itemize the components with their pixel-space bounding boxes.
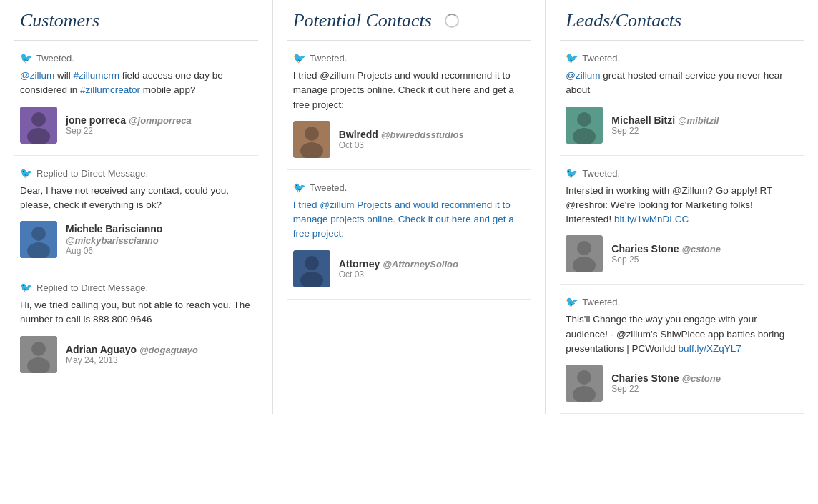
user-row: Charies Stone @cstone Sep 25 [566, 235, 798, 272]
tweet-type-row: 🐦 Tweeted. [566, 167, 798, 179]
main-columns: Customers 🐦 Tweeted. @zillum will #zillu… [0, 0, 818, 414]
tweet-type-row: 🐦 Tweeted. [566, 52, 798, 64]
user-date: May 24, 2013 [66, 355, 198, 365]
user-date: Oct 03 [339, 140, 464, 150]
user-handle: @mibitzil [678, 115, 719, 126]
svg-point-13 [305, 256, 319, 270]
tweet-type-label: Tweeted. [36, 53, 74, 64]
tweet-type-label: Replied to Direct Message. [36, 168, 148, 179]
user-name: Charies Stone @cstone [611, 372, 721, 384]
avatar [566, 107, 603, 144]
tweet-card: 🐦 Replied to Direct Message. Dear, I hav… [14, 156, 258, 271]
user-name: Michele Bariscianno @mickybarisscianno [66, 223, 252, 246]
tweet-card: 🐦 Tweeted. I tried @zillum Projects and … [287, 41, 531, 170]
user-handle: @jonnporreca [129, 115, 192, 126]
column-header-customers: Customers [14, 0, 258, 41]
user-date: Aug 06 [66, 246, 252, 256]
user-date: Sep 22 [611, 126, 719, 136]
user-info: Adrian Aguayo @dogaguayo May 24, 2013 [66, 344, 198, 365]
column-leads-contacts: Leads/Contacts 🐦 Tweeted. @zillum great … [546, 0, 818, 414]
svg-point-7 [31, 342, 46, 356]
user-name: Adrian Aguayo @dogaguayo [66, 344, 198, 355]
user-info: Michele Bariscianno @mickybarisscianno A… [66, 223, 252, 256]
user-handle: @AttorneySolloo [383, 259, 458, 270]
user-row: Attorney @AttorneySolloo Oct 03 [293, 250, 526, 287]
svg-point-4 [31, 227, 46, 241]
avatar [293, 250, 330, 287]
tweet-link[interactable]: buff.ly/XZqYL7 [678, 343, 741, 354]
tweet-card: 🐦 Tweeted. I tried @zillum Projects and … [287, 170, 531, 300]
tweet-link[interactable]: bit.ly/1wMnDLCC [614, 214, 689, 224]
tweet-link[interactable]: @zillum [20, 70, 54, 81]
user-info: Charies Stone @cstone Sep 22 [611, 372, 721, 394]
tweet-body-link: I tried @zillum Projects and would recom… [293, 198, 526, 242]
avatar [20, 107, 57, 144]
user-row: Michaell Bitzi @mibitzil Sep 22 [566, 107, 798, 144]
twitter-icon: 🐦 [566, 167, 578, 179]
tweet-type-label: Replied to Direct Message. [36, 282, 148, 293]
column-header-leads-contacts: Leads/Contacts [560, 0, 804, 41]
user-handle: @mickybarisscianno [66, 235, 159, 246]
tweet-card: 🐦 Tweeted. @zillum will #zillumcrm field… [14, 41, 258, 156]
tweet-type-row: 🐦 Tweeted. [293, 52, 526, 64]
svg-point-1 [31, 112, 46, 127]
user-name: Bwlredd @bwireddsstudios [339, 129, 464, 140]
avatar [566, 365, 603, 402]
user-date: Sep 22 [66, 126, 192, 136]
user-name: Michaell Bitzi @mibitzil [611, 114, 719, 126]
tweet-card: 🐦 Replied to Direct Message. Hi, we trie… [14, 270, 258, 385]
user-handle: @cstone [681, 373, 721, 384]
tweet-type-row: 🐦 Tweeted. [20, 52, 252, 64]
user-info: Attorney @AttorneySolloo Oct 03 [339, 258, 458, 280]
svg-point-19 [577, 241, 591, 255]
twitter-icon: 🐦 [20, 167, 32, 179]
user-date: Oct 03 [339, 270, 458, 280]
tweet-type-row: 🐦 Tweeted. [566, 296, 798, 308]
user-date: Sep 22 [611, 384, 721, 394]
tweet-body: Dear, I have not received any contact, c… [20, 184, 252, 213]
tweet-type-row: 🐦 Replied to Direct Message. [20, 167, 252, 179]
tweet-body: @zillum great hosted email service you n… [566, 69, 798, 98]
user-info: Bwlredd @bwireddsstudios Oct 03 [339, 129, 464, 150]
avatar [20, 336, 57, 373]
user-row: Adrian Aguayo @dogaguayo May 24, 2013 [20, 336, 252, 373]
user-info: jone porreca @jonnporreca Sep 22 [66, 114, 192, 136]
twitter-icon: 🐦 [20, 282, 32, 294]
tweet-type-label: Tweeted. [582, 297, 620, 307]
user-row: Charies Stone @cstone Sep 22 [566, 365, 798, 402]
svg-point-16 [577, 112, 591, 127]
column-header-potential-contacts: Potential Contacts [287, 0, 531, 41]
tweet-card: 🐦 Tweeted. This'll Change the way you en… [560, 285, 804, 414]
user-row: jone porreca @jonnporreca Sep 22 [20, 107, 252, 144]
svg-point-10 [305, 127, 319, 141]
avatar [293, 121, 330, 158]
tweet-body: This'll Change the way you engage with y… [566, 312, 798, 356]
avatar [566, 235, 603, 272]
tweet-link[interactable]: @zillum [566, 70, 600, 81]
tweet-type-label: Tweeted. [310, 53, 348, 64]
tweet-link[interactable]: #zillumcreator [80, 84, 140, 95]
twitter-icon: 🐦 [566, 52, 578, 64]
column-potential-contacts: Potential Contacts 🐦 Tweeted. I tried @z… [273, 0, 546, 414]
tweet-type-label: Tweeted. [582, 53, 620, 64]
user-row: Michele Bariscianno @mickybarisscianno A… [20, 221, 252, 258]
twitter-icon: 🐦 [293, 182, 305, 194]
tweet-type-row: 🐦 Tweeted. [293, 182, 526, 194]
svg-point-22 [577, 370, 591, 385]
user-date: Sep 25 [611, 255, 721, 265]
user-info: Michaell Bitzi @mibitzil Sep 22 [611, 114, 719, 136]
user-info: Charies Stone @cstone Sep 25 [611, 243, 721, 265]
tweet-body: I tried @zillum Projects and would recom… [293, 69, 526, 112]
user-name: jone porreca @jonnporreca [66, 114, 192, 126]
user-handle: @cstone [681, 244, 721, 255]
tweet-card: 🐦 Tweeted. @zillum great hosted email se… [560, 41, 804, 156]
tweet-body: @zillum will #zillumcrm field access one… [20, 69, 252, 98]
twitter-icon: 🐦 [20, 52, 32, 64]
column-customers: Customers 🐦 Tweeted. @zillum will #zillu… [0, 0, 273, 414]
twitter-icon: 🐦 [293, 52, 305, 64]
loading-spinner [445, 14, 459, 28]
tweet-type-row: 🐦 Replied to Direct Message. [20, 282, 252, 294]
user-name: Charies Stone @cstone [611, 243, 721, 255]
twitter-icon: 🐦 [566, 296, 578, 308]
tweet-link[interactable]: #zillumcrm [73, 70, 119, 81]
